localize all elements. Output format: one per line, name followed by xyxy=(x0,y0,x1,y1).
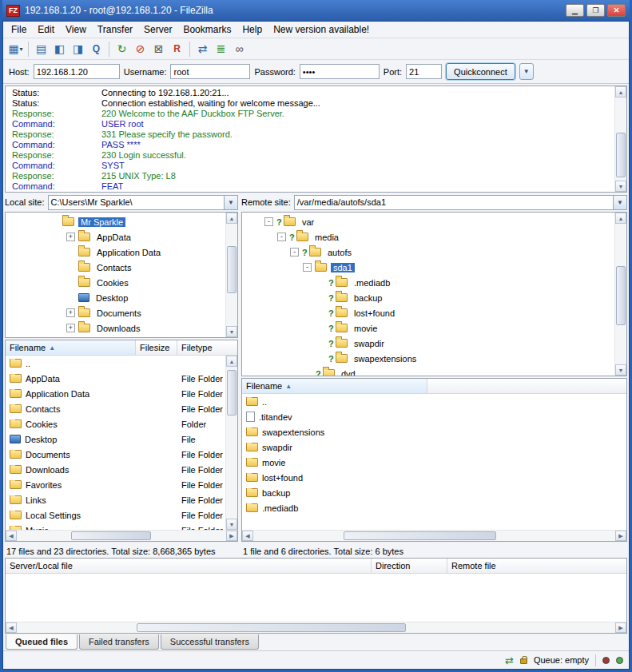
file-row[interactable]: DownloadsFile Folder xyxy=(6,462,225,477)
file-row[interactable]: ContactsFile Folder xyxy=(6,401,225,416)
column-header-filename[interactable]: Filename▲ xyxy=(242,379,427,393)
scroll-left-icon[interactable]: ◀ xyxy=(242,531,253,541)
disconnect-button[interactable]: ⊠ xyxy=(149,40,168,58)
scroll-up-icon[interactable]: ▲ xyxy=(226,213,237,224)
file-row[interactable]: Local SettingsFile Folder xyxy=(6,507,225,523)
chevron-down-icon[interactable]: ▼ xyxy=(224,196,237,209)
tree-item-swapdir[interactable]: ?swapdir xyxy=(242,336,614,351)
remote-list-horizontal-scrollbar[interactable]: ◀ ▶ xyxy=(242,530,626,541)
menu-file[interactable]: File xyxy=(6,22,32,37)
scroll-down-icon[interactable]: ▼ xyxy=(615,364,626,376)
cancel-button[interactable]: ⊘ xyxy=(131,40,149,58)
column-header-server-local-file[interactable]: Server/Local file xyxy=(6,559,372,573)
file-row[interactable]: swapdir xyxy=(242,439,626,455)
password-input[interactable] xyxy=(300,64,380,79)
tree-item-contacts[interactable]: Contacts xyxy=(6,260,225,275)
file-row[interactable]: .titandev xyxy=(242,409,626,424)
site-manager-button[interactable]: ▦▾ xyxy=(6,40,25,58)
column-header-filetype[interactable]: Filetype xyxy=(177,340,237,355)
minimize-button[interactable]: ▁ xyxy=(566,4,584,17)
local-list-vertical-scrollbar[interactable]: ▲ ▼ xyxy=(225,356,237,530)
scroll-up-icon[interactable]: ▲ xyxy=(615,213,626,224)
find-files-button[interactable]: ∞ xyxy=(230,40,248,58)
file-row[interactable]: Application DataFile Folder xyxy=(6,386,225,401)
file-row[interactable]: CookiesFolder xyxy=(6,416,225,431)
expand-icon[interactable]: + xyxy=(66,324,75,332)
scroll-down-icon[interactable]: ▼ xyxy=(615,181,626,192)
tree-item-mr-sparkle[interactable]: Mr Sparkle xyxy=(6,214,225,229)
tree-item-application-data[interactable]: Application Data xyxy=(6,245,225,260)
reconnect-button[interactable]: R xyxy=(168,40,186,58)
local-list-horizontal-scrollbar[interactable]: ◀ ▶ xyxy=(6,530,237,541)
tree-item-movie[interactable]: ?movie xyxy=(242,320,614,336)
column-header-filename[interactable]: Filename▲ xyxy=(6,340,136,355)
directory-comparison-toggle[interactable]: ⇄ xyxy=(193,40,212,58)
menu-server[interactable]: Server xyxy=(138,22,177,37)
queue-horizontal-scrollbar[interactable]: ◀ ▶ xyxy=(6,622,626,633)
tree-item-downloads[interactable]: +Downloads xyxy=(6,320,225,336)
tree-item-appdata[interactable]: +AppData xyxy=(6,229,225,245)
port-input[interactable] xyxy=(406,64,442,79)
tree-item-var[interactable]: -?var xyxy=(242,214,614,229)
file-row[interactable]: movie xyxy=(242,455,626,470)
menu-transfer[interactable]: Transfer xyxy=(92,22,138,37)
scroll-down-icon[interactable]: ▼ xyxy=(226,519,237,530)
scroll-right-icon[interactable]: ▶ xyxy=(615,622,626,633)
menu-view[interactable]: View xyxy=(60,22,92,37)
file-row[interactable]: LinksFile Folder xyxy=(6,492,225,507)
tree-item-desktop[interactable]: Desktop xyxy=(6,290,225,305)
tree-item-backup[interactable]: ?backup xyxy=(242,290,614,305)
synchronized-browsing-toggle[interactable]: ≣ xyxy=(212,40,230,58)
file-row[interactable]: .. xyxy=(6,356,225,371)
file-row[interactable]: .. xyxy=(242,394,626,409)
quickconnect-dropdown-button[interactable]: ▼ xyxy=(519,63,534,80)
view-message-log-toggle[interactable]: ▤ xyxy=(32,40,50,58)
file-row[interactable]: lost+found xyxy=(242,470,626,485)
maximize-button[interactable]: ❐ xyxy=(586,4,605,17)
expand-icon[interactable]: + xyxy=(66,233,75,241)
file-row[interactable]: swapextensions xyxy=(242,424,626,439)
scroll-up-icon[interactable]: ▲ xyxy=(615,86,626,97)
log-vertical-scrollbar[interactable]: ▲ ▼ xyxy=(614,86,626,192)
menu-new-version[interactable]: New version available! xyxy=(268,22,375,37)
collapse-icon[interactable]: - xyxy=(303,263,312,272)
tab-failed-transfers[interactable]: Failed transfers xyxy=(79,634,159,650)
collapse-icon[interactable]: - xyxy=(277,233,286,241)
quickconnect-button[interactable]: Quickconnect xyxy=(446,63,515,80)
tree-item-dvd[interactable]: ?dvd xyxy=(242,366,614,376)
tree-item-media[interactable]: -?media xyxy=(242,229,614,245)
username-input[interactable] xyxy=(170,64,250,79)
collapse-icon[interactable]: - xyxy=(290,248,299,256)
chevron-down-icon[interactable]: ▼ xyxy=(613,196,626,209)
menu-edit[interactable]: Edit xyxy=(32,22,60,37)
tree-item-sda1[interactable]: -sda1 xyxy=(242,260,614,275)
menu-bookmarks[interactable]: Bookmarks xyxy=(177,22,237,37)
file-row[interactable]: DesktopFile xyxy=(6,431,225,447)
refresh-button[interactable]: ↻ xyxy=(113,40,131,58)
tree-item-lost-found[interactable]: ?lost+found xyxy=(242,305,614,320)
tree-item-mediadb[interactable]: ?.mediadb xyxy=(242,275,614,290)
scroll-down-icon[interactable]: ▼ xyxy=(226,326,237,337)
expand-icon[interactable]: + xyxy=(66,308,75,317)
file-row[interactable]: .mediadb xyxy=(242,500,626,515)
file-row[interactable]: DocumentsFile Folder xyxy=(6,447,225,462)
view-queue-toggle[interactable]: Q xyxy=(87,40,105,58)
view-remote-tree-toggle[interactable]: ◨ xyxy=(69,40,87,58)
view-local-tree-toggle[interactable]: ◧ xyxy=(50,40,69,58)
remote-site-combobox[interactable]: /var/media/autofs/sda1 ▼ xyxy=(294,195,627,210)
tab-queued-files[interactable]: Queued files xyxy=(6,634,78,650)
menu-help[interactable]: Help xyxy=(237,22,268,37)
file-row[interactable]: AppDataFile Folder xyxy=(6,371,225,386)
scroll-up-icon[interactable]: ▲ xyxy=(226,356,237,367)
tree-item-autofs[interactable]: -?autofs xyxy=(242,245,614,260)
column-header-direction[interactable]: Direction xyxy=(372,559,447,573)
scroll-right-icon[interactable]: ▶ xyxy=(615,531,626,541)
scroll-left-icon[interactable]: ◀ xyxy=(6,531,17,541)
column-header-filesize[interactable]: Filesize xyxy=(136,340,177,355)
title-bar[interactable]: FZ 192.168.1.20 - root@192.168.1.20 - Fi… xyxy=(2,0,630,21)
tab-successful-transfers[interactable]: Successful transfers xyxy=(161,634,259,650)
local-tree-vertical-scrollbar[interactable]: ▲ ▼ xyxy=(225,213,237,337)
column-header-remote-file[interactable]: Remote file xyxy=(447,559,626,573)
tree-item-documents[interactable]: +Documents xyxy=(6,305,225,320)
close-button[interactable]: ✕ xyxy=(607,4,626,17)
